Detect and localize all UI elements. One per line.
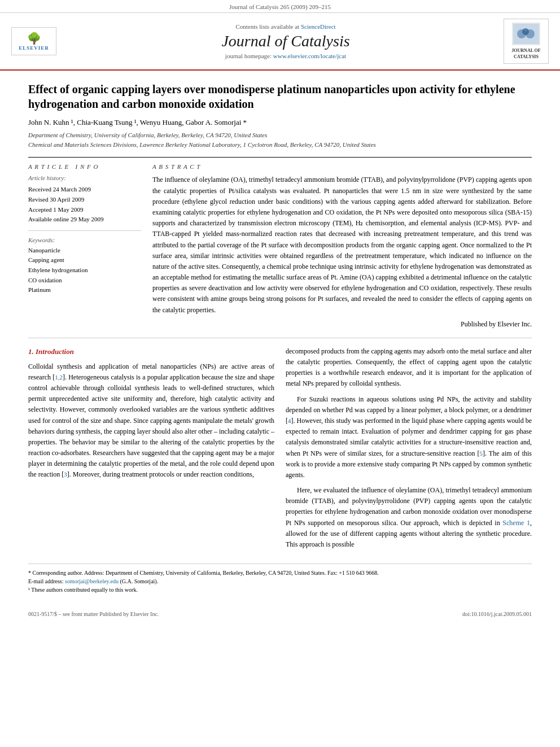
body-content: 1. Introduction Colloidal synthesis and … (28, 346, 532, 554)
keyword-co-oxidation: CO oxidation (28, 276, 141, 286)
bottom-bar: 0021-9517/$ – see front matter Published… (0, 611, 560, 617)
email-link[interactable]: somorjai@berkeley.edu (65, 578, 119, 584)
contents-prefix: Contents lists available at (235, 23, 300, 30)
elsevier-text: ELSEVIER (19, 45, 49, 51)
email-label: E-mail address: (28, 578, 63, 584)
section-divider (28, 338, 532, 338)
intro-para1: Colloidal synthesis and application of m… (28, 361, 274, 480)
tree-icon: 🌳 (27, 32, 41, 45)
intro-para2: decomposed products from the capping age… (286, 346, 532, 390)
abstract-column: A B S T R A C T The influence of oleylam… (152, 163, 532, 328)
email-suffix: (G.A. Somorjai). (120, 578, 158, 584)
keyword-capping-agent: Capping agent (28, 255, 141, 265)
published-line: Published by Elsevier Inc. (152, 320, 532, 329)
scheme1-link[interactable]: Scheme 1 (502, 519, 530, 527)
keyword-ethylene-hydrogenation: Ethylene hydrogenation (28, 265, 141, 276)
svg-point-3 (522, 28, 529, 35)
elsevier-logo: 🌳 ELSEVIER (11, 27, 56, 55)
article-history-header: Article history: (28, 174, 141, 181)
intro-para3: For Suzuki reactions in aqueous solution… (286, 394, 532, 481)
journal-logo-box: JOURNAL OF CATALYSIS (504, 19, 549, 64)
keyword-platinum: Platinum (28, 285, 141, 295)
article-info-header: A R T I C L E I N F O (28, 163, 141, 170)
ref1-link[interactable]: 1,2 (55, 374, 63, 381)
ref5-link[interactable]: 5 (480, 450, 483, 457)
article-meta-section: A R T I C L E I N F O Article history: R… (28, 157, 532, 328)
journal-logo-text1: JOURNAL OF (506, 47, 546, 54)
journal-cover-image (512, 23, 540, 45)
ref3-link[interactable]: 3 (64, 471, 67, 478)
footnote-email: E-mail address: somorjai@berkeley.edu (G… (28, 577, 532, 586)
article-title: Effect of organic capping layers over mo… (28, 82, 532, 111)
journal-title: Journal of Catalysis (68, 32, 504, 50)
intro-para4: Here, we evaluated the influence of oley… (286, 485, 532, 550)
elsevier-logo-box: 🌳 ELSEVIER (11, 27, 56, 55)
body-column-right: decomposed products from the capping age… (286, 346, 532, 554)
homepage-prefix: journal homepage: (225, 53, 273, 59)
sciencedirect-link[interactable]: ScienceDirect (301, 23, 336, 30)
keyword-nanoparticle: Nanoparticle (28, 246, 141, 256)
abstract-text: The influence of oleylamine (OA), trimet… (152, 174, 532, 315)
journal-center-info: Contents lists available at ScienceDirec… (68, 23, 504, 59)
main-content: Effect of organic capping layers over mo… (0, 71, 560, 605)
homepage-link[interactable]: www.elsevier.com/locate/jcat (273, 53, 346, 59)
abstract-header: A B S T R A C T (152, 163, 532, 170)
doi-text: doi:10.1016/j.jcat.2009.05.001 (462, 611, 532, 617)
authors-text: John N. Kuhn ¹, Chia-Kuang Tsung ¹, Weny… (28, 118, 247, 126)
journal-logo-text2: CATALYSIS (506, 54, 546, 60)
affiliation2: Chemical and Materials Sciences Division… (28, 140, 532, 150)
available-date: Available online 29 May 2009 (28, 215, 141, 225)
affiliations: Department of Chemistry, University of C… (28, 130, 532, 149)
footnote1-text: ¹ These authors contributed equally to t… (28, 586, 532, 594)
footnote-corresponding: * Corresponding author. Address: Departm… (28, 569, 532, 577)
journal-citation: Journal of Catalysis 265 (2009) 209–215 (0, 0, 560, 13)
homepage-line: journal homepage: www.elsevier.com/locat… (68, 53, 504, 59)
keywords-block: Keywords: Nanoparticle Capping agent Eth… (28, 237, 141, 295)
affiliation1: Department of Chemistry, University of C… (28, 130, 532, 140)
issn-text: 0021-9517/$ – see front matter Published… (28, 611, 159, 617)
accepted-date: Accepted 1 May 2009 (28, 205, 141, 215)
intro-heading: 1. Introduction (28, 346, 274, 358)
authors-line: John N. Kuhn ¹, Chia-Kuang Tsung ¹, Weny… (28, 118, 532, 127)
contents-line: Contents lists available at ScienceDirec… (68, 23, 504, 30)
citation-text: Journal of Catalysis 265 (2009) 209–215 (229, 3, 331, 10)
footnotes-section: * Corresponding author. Address: Departm… (28, 563, 532, 594)
revised-date: Revised 30 April 2009 (28, 195, 141, 205)
body-column-left: 1. Introduction Colloidal synthesis and … (28, 346, 274, 554)
received-date: Received 24 March 2009 (28, 185, 141, 195)
corresponding-author-text: * Corresponding author. Address: Departm… (28, 570, 379, 576)
article-info-column: A R T I C L E I N F O Article history: R… (28, 163, 141, 328)
keywords-header: Keywords: (28, 237, 141, 243)
article-history-block: Article history: Received 24 March 2009 … (28, 174, 141, 230)
journal-header: 🌳 ELSEVIER Contents lists available at S… (0, 13, 560, 71)
ref4-link[interactable]: 4 (288, 417, 291, 424)
